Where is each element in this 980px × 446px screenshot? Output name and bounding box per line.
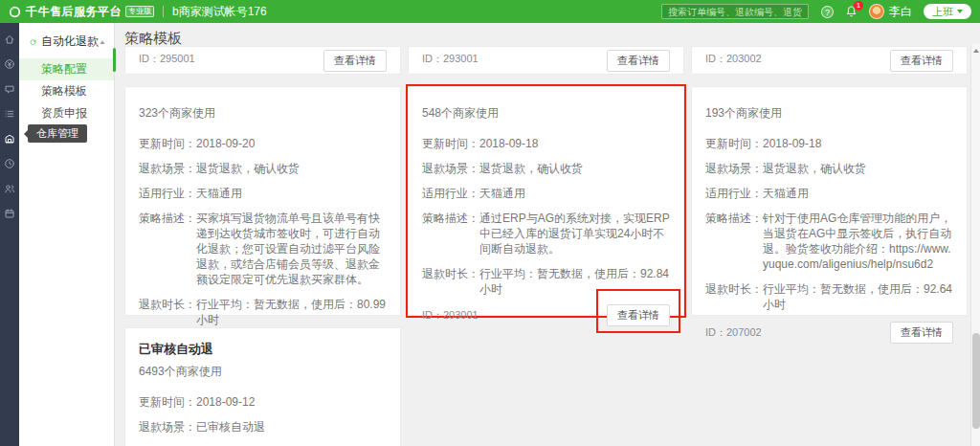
card-updated-row: 更新时间： 2018-09-20 [139, 136, 387, 151]
card-scene-row: 退款场景： 退货退款，确认收货 [705, 161, 953, 176]
card-id: ID：203002 [705, 52, 762, 70]
edition-badge: 专业版 [125, 6, 154, 17]
view-detail-button[interactable]: 查看详情 [323, 50, 387, 72]
chevron-down-icon [957, 10, 963, 13]
header-divider [163, 6, 164, 17]
icon-sidebar [0, 23, 19, 446]
card-id: ID：203001 [422, 308, 479, 326]
card-id: ID：295001 [139, 52, 195, 70]
card-duration-row: 退款时长： 行业平均：暂无数据，使用后：92.64小时 [705, 281, 953, 312]
help-icon[interactable]: ? [821, 6, 834, 18]
menu-item-policy-template[interactable]: 策略模板 [19, 80, 114, 102]
menu-group-label: 自动化退款 [41, 33, 99, 50]
search-input[interactable] [661, 4, 809, 19]
card-industry-row: 适用行业： 天猫通用 [139, 186, 387, 201]
card-id: ID：207002 [705, 325, 762, 344]
card-usage: 548个商家使用 [422, 105, 670, 122]
warehouse-tooltip: 仓库管理 [28, 124, 87, 143]
view-detail-button[interactable]: 查看详情 [890, 322, 953, 344]
policy-card-highlighted: 退货退款-ERP对接入仓自动退 548个商家使用 更新时间： 2018-09-1… [408, 86, 684, 316]
sidebar-icon-refund-money[interactable] [0, 52, 19, 77]
main-content: 策略模板 ID：295001 查看详情 ID：293001 查看详情 ID：20… [115, 23, 980, 446]
card-desc-row: 策略描述： 买家填写退货物流单号且该单号有快递到达收货城市签收时，可进行自动化退… [139, 211, 387, 287]
card-id: ID：293001 [422, 52, 479, 70]
sidebar-icon-team[interactable] [0, 176, 19, 201]
card-usage: 323个商家使用 [139, 105, 387, 122]
notification-badge: 1 [854, 1, 863, 11]
card-duration-row: 退款时长： 行业平均：暂无数据，使用后：80.99小时 [139, 297, 387, 327]
card-grid: ID：295001 查看详情 ID：293001 查看详情 ID：203002 … [124, 46, 968, 446]
account-name: b商家测试帐号176 [172, 4, 267, 20]
user-name: 李白 [889, 4, 912, 20]
auto-refund-icon [30, 36, 36, 48]
vertical-scrollbar[interactable] [970, 44, 980, 446]
card-title: 已审核自动退 [139, 341, 387, 358]
sidebar-icon-calendar[interactable] [0, 201, 19, 226]
card-updated-row: 更新时间： 2018-09-12 [139, 394, 387, 410]
policy-card-bottom: 已审核自动退 6493个商家使用 更新时间： 2018-09-12 退款场景： … [124, 327, 401, 446]
notification-bell-icon[interactable]: 1 [845, 5, 858, 18]
qianniu-logo-icon [9, 6, 21, 18]
card-industry-row: 适用行业： 天猫通用 [705, 186, 953, 201]
card-desc-row: 策略描述： 通过ERP与AG的系统对接，实现ERP中已经入库的退货订单实现24小… [422, 211, 670, 256]
work-status-button[interactable]: 上班 [924, 4, 971, 19]
sidebar-icon-warehouse[interactable] [0, 126, 19, 151]
card-usage: 193个商家使用 [705, 105, 953, 122]
avatar[interactable] [869, 4, 884, 19]
view-detail-button[interactable]: 查看详情 [607, 50, 670, 72]
app-title: 千牛售后服务平台 [26, 4, 122, 20]
sidebar-icon-task-list[interactable] [0, 101, 19, 126]
policy-card-partial: ID：295001 查看详情 [124, 46, 401, 75]
card-usage: 6493个商家使用 [139, 364, 387, 380]
work-status-label: 上班 [932, 5, 953, 19]
menu-item-qualification[interactable]: 资质申报 [19, 102, 114, 124]
card-updated-row: 更新时间： 2018-09-18 [422, 136, 670, 151]
scrollbar-thumb[interactable] [972, 333, 980, 429]
annotation-red-box: 查看详情 [596, 289, 680, 333]
policy-card-partial: ID：203002 查看详情 [691, 46, 968, 75]
card-scene-row: 退款场景： 退货退款，确认收货 [139, 161, 387, 176]
sidebar-scrollbar-thumb[interactable] [113, 48, 116, 72]
app-header: 千牛售后服务平台 专业版 b商家测试帐号176 ? 1 李白 上班 [0, 0, 980, 23]
scrollbar-up-arrow-icon[interactable] [973, 49, 979, 53]
policy-card: 退货退款-验货签收自动退. 193个商家使用 更新时间： 2018-09-18 … [691, 86, 968, 316]
view-detail-button[interactable]: 查看详情 [607, 304, 670, 326]
chevron-up-icon[interactable]: ▲ [99, 38, 106, 45]
menu-group-auto-refund[interactable]: 自动化退款 ▲ [19, 23, 114, 58]
view-detail-button[interactable]: 查看详情 [890, 50, 953, 72]
card-scene-row: 退款场景： 退货退款，确认收货 [422, 161, 670, 176]
sidebar-icon-clock[interactable] [0, 151, 19, 176]
policy-card: 退货退款-退货物流签收优先退. 323个商家使用 更新时间： 2018-09-2… [124, 86, 401, 316]
policy-card-partial: ID：293001 查看详情 [408, 46, 684, 75]
sidebar-icon-chat[interactable] [0, 77, 19, 101]
sidebar-icon-home[interactable] [0, 27, 19, 52]
card-updated-row: 更新时间： 2018-09-18 [705, 136, 953, 151]
card-desc-row: 策略描述： 针对于使用AG仓库管理功能的用户，当退货在AG中显示签收后，执行自动… [705, 211, 953, 272]
card-industry-row: 适用行业： 天猫通用 [422, 186, 670, 201]
menu-sidebar: 自动化退款 ▲ 策略配置 策略模板 资质申报 [19, 23, 115, 446]
menu-item-policy-config[interactable]: 策略配置 [19, 58, 114, 80]
card-scene-row: 退款场景： 已审核自动退 [139, 419, 387, 435]
